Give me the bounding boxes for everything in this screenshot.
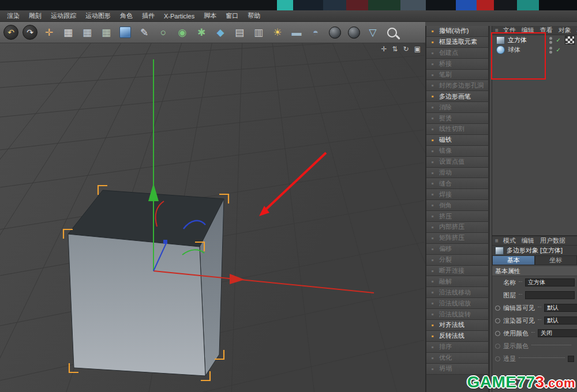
texture-tag-icon[interactable]	[565, 36, 575, 44]
tool-panel-item[interactable]: 对齐法线	[426, 320, 488, 331]
attribute-section-header[interactable]: 基本属性	[492, 266, 577, 276]
attribute-control[interactable]	[525, 291, 575, 299]
tool-panel-item[interactable]: 滑动	[426, 168, 488, 179]
object-manager-menu-item[interactable]: 标签	[574, 26, 577, 35]
keyframe-ring-icon[interactable]	[495, 318, 500, 323]
object-manager-menu-item[interactable]: 编辑	[519, 26, 537, 35]
tool-panel-item[interactable]: 撤销(动作)	[426, 26, 488, 37]
floor-icon[interactable]: ▬	[288, 24, 305, 41]
object-manager-menu-item[interactable]: 对象	[556, 26, 574, 35]
attribute-manager-menu-item[interactable]: 模式	[500, 236, 519, 245]
panel-burger-icon[interactable]	[493, 238, 500, 244]
render-queue-icon[interactable]: ▦	[78, 24, 96, 41]
tool-panel-item[interactable]: 沿法线缩放	[426, 298, 488, 309]
subdivision-surface-icon[interactable]: ◉	[174, 24, 191, 41]
keyframe-ring-icon[interactable]	[495, 306, 500, 311]
menu-item[interactable]: 渲染	[2, 10, 24, 21]
panel-burger-icon[interactable]	[493, 27, 500, 33]
generator-icon[interactable]: ✱	[193, 24, 210, 41]
tool-panel-item[interactable]: 封闭多边形孔洞	[426, 80, 488, 91]
tool-panel-item[interactable]: 多边形画笔	[426, 91, 488, 102]
dolly-view-icon[interactable]: ⇅	[392, 45, 398, 53]
camera-icon[interactable]: ▤	[231, 24, 248, 41]
render-settings-icon[interactable]: ▦	[98, 24, 115, 41]
material-sphere-icon[interactable]	[326, 24, 343, 41]
visibility-dots[interactable]	[549, 37, 552, 44]
deformer-icon[interactable]: ◆	[212, 24, 229, 41]
tool-panel-item[interactable]: 磁铁	[426, 135, 488, 146]
tool-panel-item[interactable]: 缝合	[426, 178, 488, 189]
move-tool-icon[interactable]: ✛	[40, 24, 58, 41]
tool-panel-item[interactable]: 桥接	[426, 59, 488, 70]
tool-panel-item[interactable]: 消除	[426, 102, 488, 113]
menu-item[interactable]: 脚本	[199, 10, 221, 21]
tool-panel-item[interactable]: 反转法线	[426, 331, 488, 342]
tool-panel-item[interactable]: 框显选取元素	[426, 37, 488, 48]
tool-panel-item[interactable]: 融解	[426, 276, 488, 287]
attribute-control[interactable]: 关闭	[538, 329, 577, 337]
tool-panel-item[interactable]: 笔刷	[426, 70, 488, 81]
menu-item[interactable]: 角色	[115, 10, 137, 21]
selected-cube[interactable]	[68, 190, 224, 376]
sky-icon[interactable]: ◓	[307, 24, 324, 41]
keyframe-ring-icon[interactable]	[495, 331, 500, 336]
tool-panel-item[interactable]: 沿法线移动	[426, 287, 488, 298]
keyframe-ring-icon[interactable]	[495, 344, 500, 349]
viewport-canvas[interactable]: ✛⇅↻▣	[0, 43, 425, 392]
object-name[interactable]: 立方体	[508, 36, 527, 44]
tool-panel-item[interactable]: 倒角	[426, 200, 488, 211]
attribute-control[interactable]	[568, 356, 574, 362]
menu-item[interactable]: 运动图形	[81, 10, 115, 21]
simulate-icon[interactable]: ▽	[364, 24, 381, 41]
rotate-view-icon[interactable]: ↻	[403, 45, 409, 53]
tool-panel-item[interactable]: 焊接	[426, 189, 488, 200]
environment-icon[interactable]	[345, 24, 362, 41]
tool-panel-item[interactable]: 优化	[426, 353, 488, 364]
enabled-check-icon[interactable]	[556, 37, 561, 43]
tool-panel-item[interactable]: 熨烫	[426, 113, 488, 124]
menu-item[interactable]: 插件	[137, 10, 159, 21]
attribute-control[interactable]: 默认	[544, 316, 577, 325]
attribute-tab[interactable]: 坐标	[535, 255, 577, 265]
attribute-manager-menu-item[interactable]: 编辑	[519, 236, 537, 245]
tool-panel-item[interactable]: 内部挤压	[426, 222, 488, 233]
visibility-dots[interactable]	[549, 47, 552, 54]
object-manager-menu-item[interactable]: 文件	[500, 26, 519, 35]
menu-item[interactable]: 窗口	[221, 10, 243, 21]
attribute-control[interactable]: 默认	[544, 304, 577, 312]
tool-panel-item[interactable]: 镜像	[426, 146, 488, 157]
spline-primitive-icon[interactable]: ○	[155, 24, 172, 41]
menu-item[interactable]: 雕刻	[24, 10, 46, 21]
keyframe-ring-icon[interactable]	[495, 356, 500, 361]
pen-tool-icon[interactable]: ✎	[136, 24, 153, 41]
tool-panel-item[interactable]: 设置点值	[426, 157, 488, 168]
tool-panel-item[interactable]: 创建点	[426, 48, 488, 59]
viewport-scene[interactable]	[0, 43, 425, 392]
enabled-check-icon[interactable]	[556, 47, 561, 53]
toggle-view-icon[interactable]: ▣	[414, 45, 421, 53]
tool-panel-item[interactable]: 分裂	[426, 255, 488, 266]
tool-panel-item[interactable]: 排序	[426, 342, 488, 353]
tool-panel-item[interactable]: 沿法线旋转	[426, 309, 488, 320]
object-row[interactable]: 球体	[492, 45, 577, 55]
menu-item[interactable]: 运动跟踪	[46, 10, 81, 21]
cube-primitive-icon[interactable]	[117, 24, 134, 41]
tool-panel-item[interactable]: 偏移	[426, 244, 488, 255]
film-camera-icon[interactable]: ▥	[250, 24, 267, 41]
tool-panel-item[interactable]: 线性切割	[426, 124, 488, 135]
tool-panel-item[interactable]: 挤压	[426, 211, 488, 222]
object-row[interactable]: 立方体	[492, 35, 577, 45]
menu-item[interactable]: X-Particles	[159, 12, 199, 21]
attribute-manager-menu-item[interactable]: 用户数据	[537, 236, 568, 245]
tool-panel-item[interactable]: 矩阵挤压	[426, 233, 488, 244]
zoom-tool-icon[interactable]	[383, 24, 400, 41]
redo-icon[interactable]: ↷	[21, 24, 39, 41]
object-name[interactable]: 球体	[508, 46, 520, 54]
tool-panel-item[interactable]: 断开连接	[426, 266, 488, 277]
render-view-icon[interactable]: ▦	[59, 24, 77, 41]
undo-icon[interactable]: ↶	[2, 24, 20, 41]
attribute-control[interactable]: 立方体	[525, 278, 575, 287]
object-manager-menu-item[interactable]: 查看	[537, 26, 556, 35]
light-icon[interactable]: ☀	[269, 24, 286, 41]
pan-view-icon[interactable]: ✛	[381, 45, 387, 53]
